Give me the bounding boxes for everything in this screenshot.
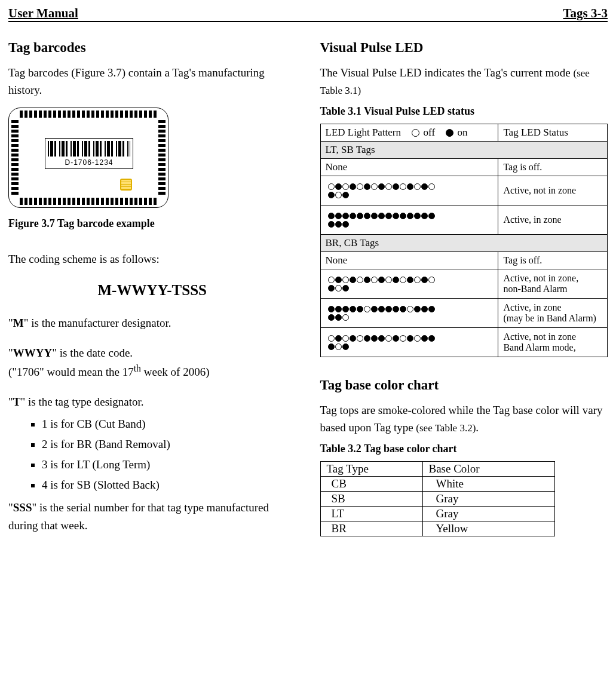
basecolor-intro: Tag tops are smoke-colored while the Tag… [320,401,608,437]
led-on-icon [350,213,356,219]
sss-post: " is the serial number for that tag type… [8,501,269,531]
br-pattern-bandalarm [320,327,498,357]
led-on-icon [350,306,356,312]
section-lt-sb: LT, SB Tags [320,141,608,158]
led-off-icon [357,277,363,283]
led-off-icon [428,277,435,283]
wwyy-ex-pre: ("1706" would mean the 17 [8,366,134,379]
led-on-icon [328,343,335,350]
led-on-icon [350,277,356,283]
led-off-icon [364,306,370,312]
list-item: 3 is for LT (Long Term) [42,458,296,471]
section-title-basecolor: Tag base color chart [320,378,608,393]
led-on-icon [342,306,349,312]
led-on-icon [414,306,421,312]
br-pattern-active-notzone [320,269,498,298]
led-off-icon [357,183,363,190]
base-col-type: Tag Type [320,461,422,476]
led-on-icon [335,213,342,219]
br-status-active-notzone: Active, not in zone, non-Band Alarm [498,269,608,298]
led-off-icon [371,183,378,190]
led-off-icon [328,277,335,283]
base-color-sb: Gray [422,491,554,506]
led-on-icon [393,213,399,219]
led-on-icon [342,285,349,292]
lt-status-off: Tag is off. [498,158,608,176]
led-on-icon [393,277,399,283]
page-header: User Manual Tags 3-3 [8,6,608,22]
tag-type-list: 1 is for CB (Cut Band) 2 is for BR (Band… [8,418,296,492]
led-on-icon [335,277,342,283]
led-on-icon [385,306,392,312]
br-status-bandalarm: Active, not in zone Band Alarm mode, [498,327,608,357]
table-row: LT Gray [320,506,554,521]
led-on-icon [335,183,342,190]
base-type-sb: SB [320,491,422,506]
led-off-icon [371,277,378,283]
table-row: CB White [320,476,554,491]
table-3-1-caption: Table 3.1 Visual Pulse LED status [320,105,608,118]
led-off-icon [428,183,435,190]
header-right: Tags 3-3 [563,6,608,21]
led-status-table: LED Light Pattern off on Tag LED Status … [320,124,608,357]
wwyy-ex-post: week of 2006) [141,366,210,379]
m-line: "M" is the manufacturer designator. [8,314,296,332]
scheme-intro: The coding scheme is as follows: [8,250,296,268]
wwyy-b: WWYY [13,346,52,359]
base-col-color: Base Color [422,461,554,476]
led-on-icon [393,183,399,190]
br-r4a: Active, not in zone [503,332,602,342]
list-item: 4 is for SB (Slotted Back) [42,478,296,492]
led-on-icon [342,221,349,228]
legend-on-text: on [458,127,468,138]
led-on-icon [328,221,335,228]
led-off-icon [414,335,421,342]
led-on-icon [378,277,385,283]
m-b: M [13,317,24,329]
led-on-icon [428,335,435,342]
base-type-cb: CB [320,476,422,491]
led-off-icon [400,183,406,190]
table-3-2-caption: Table 3.2 Tag base color chart [320,443,608,455]
led-on-icon [421,213,428,219]
legend-on-icon [446,129,453,137]
wwyy-ex-sup: th [134,363,141,373]
led-on-icon [328,285,335,292]
led-on-icon [328,192,335,198]
led-on-icon [342,343,349,350]
figure-3-7: D-1706-1234 [8,108,168,215]
list-item: 1 is for CB (Cut Band) [42,418,296,431]
led-on-icon [328,314,335,321]
lt-pattern-active-notzone [320,176,498,205]
barcode-id-text: D-1706-1234 [45,158,133,167]
led-on-icon [421,306,428,312]
list-item: 2 is for BR (Band Removal) [42,438,296,451]
led-on-icon [335,335,342,342]
led-off-icon [407,306,413,312]
led-on-icon [421,335,428,342]
t-pre: " [8,395,13,408]
led-on-icon [407,277,413,283]
wwyy-example: ("1706" would mean the 17th week of 2006… [8,361,296,381]
led-on-icon [421,183,428,190]
br-r2a: Active, not in zone, [503,273,602,284]
led-on-icon [400,213,406,219]
led-off-icon [342,335,349,342]
sss-line: "SSS" is the serial number for that tag … [8,499,296,534]
led-on-icon [350,335,356,342]
led-off-icon [385,277,392,283]
led-on-icon [378,306,385,312]
figure-3-7-caption: Figure 3.7 Tag barcode example [8,217,296,230]
led-on-icon [428,306,435,312]
barcodes-intro: Tag barcodes (Figure 3.7) contain a Tag'… [8,64,296,99]
chip-icon [120,179,132,191]
br-r4b: Band Alarm mode, [503,342,602,353]
table-row: BR Yellow [320,521,554,536]
br-status-active-inzone: Active, in zone (may be in Band Alarm) [498,298,608,327]
led-on-icon [335,221,342,228]
led-off-icon [385,335,392,342]
led-on-icon [393,306,399,312]
sss-b: SSS [13,501,32,514]
right-column: Visual Pulse LED The Visual Pulse LED in… [320,40,608,536]
lt-status-active-inzone: Active, in zone [498,205,608,234]
